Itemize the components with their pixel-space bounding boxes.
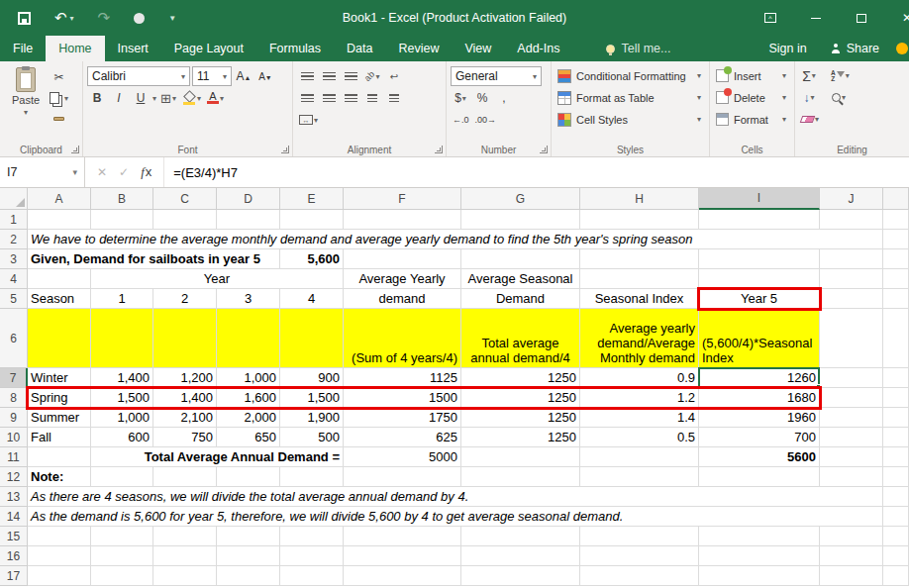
sort-filter-button[interactable]: AZ▾ [829, 66, 852, 86]
cell-F8[interactable]: 1500 [344, 388, 461, 408]
cell-D15[interactable] [217, 527, 280, 546]
number-dialog-launcher[interactable] [540, 146, 548, 153]
tab-data[interactable]: Data [334, 36, 385, 61]
cell-H1[interactable] [580, 210, 699, 230]
borders-button[interactable]: ⊞▾ [158, 88, 178, 108]
row-header-12[interactable]: 12 [0, 467, 28, 487]
bold-button[interactable]: B [87, 88, 107, 108]
clear-button[interactable]: ▾ [799, 110, 821, 130]
row-header-7[interactable]: 7 [0, 368, 28, 388]
cell-A8[interactable]: Spring [28, 388, 91, 408]
cell-G4[interactable]: Average Seasonal [461, 269, 580, 289]
cell-D16[interactable] [217, 546, 280, 566]
column-header-B[interactable]: B [91, 188, 153, 210]
tab-formulas[interactable]: Formulas [256, 36, 334, 61]
cell-E9[interactable]: 1,900 [280, 408, 344, 428]
cell-A10[interactable]: Fall [28, 428, 91, 447]
font-color-button[interactable]: A▾ [205, 88, 226, 108]
cell-I8[interactable]: 1680 [699, 388, 820, 408]
cell-A2[interactable]: We have to determine the average monthly… [28, 230, 883, 249]
name-box[interactable]: I7 ▾ [0, 157, 85, 187]
align-center-button[interactable] [319, 88, 339, 108]
cell-G8[interactable]: 1250 [461, 388, 580, 408]
row-header-1[interactable]: 1 [0, 210, 28, 230]
cell-F4[interactable]: Average Yearly [344, 269, 461, 289]
increase-font-size-button[interactable]: A▲ [234, 66, 253, 86]
cell-D5[interactable]: 3 [217, 289, 280, 309]
cell-H4[interactable] [580, 269, 699, 289]
cell-E5[interactable]: 4 [280, 289, 344, 309]
row-header-13[interactable]: 13 [0, 487, 28, 507]
cell-B10[interactable]: 600 [91, 428, 153, 447]
decrease-font-size-button[interactable]: A▼ [255, 66, 275, 86]
format-painter-button[interactable] [48, 109, 70, 129]
cell-C9[interactable]: 2,100 [153, 408, 217, 428]
cell-H10[interactable]: 0.5 [580, 428, 699, 447]
row-header-10[interactable]: 10 [0, 428, 28, 447]
row-header-6[interactable]: 6 [0, 309, 28, 368]
cell-E7[interactable]: 900 [280, 368, 344, 388]
cell-A12[interactable]: Note: [28, 467, 91, 487]
cell-G17[interactable] [461, 566, 580, 586]
cell-C15[interactable] [153, 527, 217, 546]
cell-J16[interactable] [820, 546, 883, 566]
cell-D17[interactable] [217, 566, 280, 586]
cell-D12[interactable] [217, 467, 280, 487]
share-button[interactable]: Share [831, 42, 879, 55]
cell-E16[interactable] [280, 546, 344, 566]
top-align-button[interactable] [297, 66, 317, 86]
minimize-button[interactable] [793, 0, 839, 36]
cell-D7[interactable]: 1,000 [217, 368, 280, 388]
cell-E15[interactable] [280, 527, 344, 546]
cell-F7[interactable]: 1125 [344, 368, 461, 388]
cell-B7[interactable]: 1,400 [91, 368, 153, 388]
cell-C12[interactable] [153, 467, 217, 487]
alignment-dialog-launcher[interactable] [435, 146, 443, 153]
underline-dropdown-arrow[interactable]: ▾ [152, 94, 156, 103]
cell-B16[interactable] [91, 546, 153, 566]
cell-G1[interactable] [461, 210, 580, 230]
column-header-F[interactable]: F [344, 188, 461, 210]
font-dialog-launcher[interactable] [281, 146, 289, 153]
undo-button[interactable]: ↶▾ [54, 9, 74, 27]
cell-F5[interactable]: demand [344, 289, 461, 309]
cell-A6[interactable] [28, 309, 91, 368]
cell-F11[interactable]: 5000 [344, 447, 461, 467]
ribbon-display-options-button[interactable]: ^ [748, 0, 793, 36]
cell-E17[interactable] [280, 566, 344, 586]
accounting-format-button[interactable]: $▾ [451, 88, 470, 108]
cell-I17[interactable] [699, 566, 820, 586]
cell-J12[interactable] [820, 467, 883, 487]
cell-H6[interactable]: Average yearly demand/Average Monthly de… [580, 309, 699, 368]
close-button[interactable]: ✕ [884, 0, 909, 36]
maximize-button[interactable] [839, 0, 884, 36]
cell-H7[interactable]: 0.9 [580, 368, 699, 388]
enter-button[interactable]: ✓ [119, 165, 129, 179]
cell-A15[interactable] [28, 527, 91, 546]
tab-add-ins[interactable]: Add-Ins [504, 36, 572, 61]
redo-button[interactable]: ↷ [98, 9, 111, 27]
cell-A4[interactable] [28, 269, 91, 289]
row-header-17[interactable]: 17 [0, 566, 28, 586]
cell-I11[interactable]: 5600 [699, 447, 820, 467]
copy-button[interactable]: ▾ [48, 88, 70, 108]
cell-A16[interactable] [28, 546, 91, 566]
cell-B9[interactable]: 1,000 [91, 408, 153, 428]
column-header-A[interactable]: A [28, 188, 91, 210]
cell-J15[interactable] [820, 527, 883, 546]
cell-I10[interactable]: 700 [699, 428, 820, 447]
increase-decimal-button[interactable]: ←.0 [451, 110, 471, 130]
column-header-I[interactable]: I [699, 188, 820, 210]
formula-input[interactable]: =(E3/4)*H7 [164, 157, 909, 187]
decrease-decimal-button[interactable]: .00→ [473, 110, 499, 130]
cell-E12[interactable] [280, 467, 344, 487]
cell-H11[interactable] [580, 447, 699, 467]
wrap-text-button[interactable]: ↩ [384, 66, 404, 86]
cell-I5[interactable]: Year 5 [699, 289, 820, 309]
row-header-9[interactable]: 9 [0, 408, 28, 428]
cell-G3[interactable] [461, 249, 580, 269]
cell-F1[interactable] [344, 210, 461, 230]
cell-G6[interactable]: Total average annual demand/4 [461, 309, 580, 368]
fill-button[interactable]: ↓▾ [799, 88, 819, 108]
cell-C17[interactable] [153, 566, 217, 586]
